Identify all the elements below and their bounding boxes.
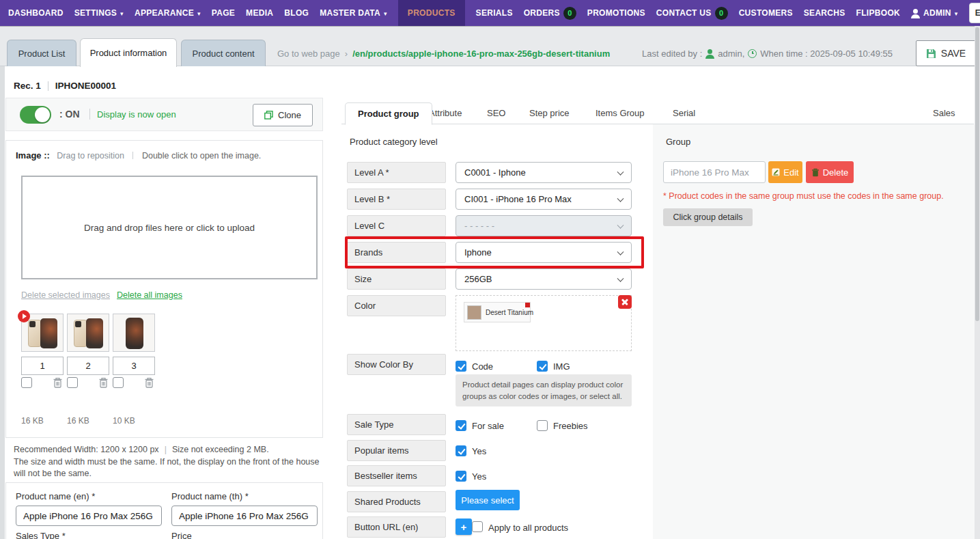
image-order-input-1[interactable] — [21, 357, 64, 375]
size-select[interactable]: 256GB — [456, 268, 632, 290]
pencil-icon — [772, 168, 780, 176]
scrollbar-thumb[interactable] — [975, 27, 979, 321]
image-select-checkbox-1[interactable] — [21, 377, 32, 388]
group-column-background — [653, 124, 975, 539]
show-color-img-option: IMG — [537, 361, 570, 372]
trash-icon[interactable] — [144, 377, 154, 388]
nav-customers[interactable]: CUSTOMERS — [739, 0, 793, 26]
color-chip-desert-titanium[interactable]: Desert Titanium — [464, 302, 531, 322]
trash-icon — [811, 168, 820, 177]
image-dropzone[interactable]: Drag and drop files here or click to upl… — [21, 176, 318, 279]
clock-icon — [748, 49, 757, 58]
nav-serials[interactable]: SERIALS — [476, 0, 513, 26]
group-name-input[interactable] — [663, 161, 766, 183]
level-a-select[interactable]: C0001 - Iphone — [456, 162, 632, 183]
freebies-option: Freebies — [537, 420, 588, 431]
show-color-code-option: Code — [456, 361, 493, 372]
image-select-checkbox-3[interactable] — [113, 377, 124, 388]
nav-orders[interactable]: ORDERS0 — [524, 0, 576, 26]
trash-icon[interactable] — [98, 377, 109, 388]
tab-product-content[interactable]: Product content — [181, 40, 266, 66]
category-level-title: Product category level — [350, 137, 438, 147]
nav-admin[interactable]: ADMIN▾ — [911, 0, 958, 26]
nav-master-data[interactable]: MASTER DATA▾ — [320, 0, 387, 26]
nav-dashboard[interactable]: DASHBOARD — [8, 0, 64, 26]
for-sale-checkbox[interactable] — [456, 420, 466, 431]
chevron-down-icon — [617, 168, 624, 175]
nav-contact-us[interactable]: CONTACT US0 — [656, 0, 728, 26]
contact-count-badge: 0 — [715, 7, 728, 20]
tab-sales[interactable]: Sales — [933, 108, 955, 118]
nav-products[interactable]: PRODUCTS — [398, 0, 465, 26]
image-header: Image :: Drag to reposition Double click… — [16, 150, 261, 161]
trash-icon[interactable] — [53, 377, 63, 388]
tab-attribute[interactable]: Attribute — [429, 108, 462, 118]
remove-color-button[interactable] — [618, 295, 632, 309]
nav-searchs[interactable]: SEARCHS — [804, 0, 845, 26]
chevron-right-icon: › — [345, 49, 348, 59]
bestseller-checkbox[interactable] — [456, 471, 466, 482]
product-url-link[interactable]: /en/products/apple-iphone-16-pro-max-256… — [352, 49, 610, 59]
nav-settings[interactable]: SETTINGS▾ — [74, 0, 124, 26]
image-title: Image :: — [16, 150, 50, 161]
nav-promotions[interactable]: PROMOTIONS — [587, 0, 645, 26]
level-b-select[interactable]: CI001 - iPhone 16 Pro Max — [456, 189, 632, 210]
nav-page[interactable]: PAGE — [212, 0, 235, 26]
phone-thumbnail-2[interactable] — [67, 314, 109, 352]
phone-thumbnail-1[interactable] — [21, 314, 64, 352]
delete-all-images-link[interactable]: Delete all images — [117, 290, 182, 300]
image-select-checkbox-2[interactable] — [67, 377, 78, 388]
tab-step-price[interactable]: Step price — [529, 108, 570, 118]
drag-hint: Drag to reposition — [57, 151, 124, 161]
chevron-down-icon — [617, 275, 624, 281]
add-url-button[interactable]: + — [456, 519, 472, 535]
goto-label: Go to web page — [277, 49, 340, 59]
language-select[interactable]: EN — [969, 3, 980, 23]
product-admin-app: DASHBOARD SETTINGS▾ APPEARANCE▾ PAGE MED… — [0, 0, 980, 539]
brands-select[interactable]: Iphone — [456, 242, 632, 263]
popular-checkbox[interactable] — [456, 445, 466, 456]
vertical-scrollbar[interactable] — [975, 26, 980, 539]
group-delete-button[interactable]: Delete — [806, 161, 854, 183]
nav-appearance[interactable]: APPEARANCE▾ — [135, 0, 201, 26]
caret-down-icon: ▾ — [120, 11, 124, 17]
tab-product-group[interactable]: Product group — [345, 102, 432, 125]
tab-items-group[interactable]: Items Group — [596, 108, 645, 118]
save-button[interactable]: SAVE — [916, 40, 976, 66]
record-line: Rec. 1 IPHONE00001 — [14, 81, 116, 91]
orders-count-badge: 0 — [563, 7, 576, 20]
nav-blog[interactable]: BLOG — [284, 0, 309, 26]
last-edited-time: When time : 2025-09-05 10:49:55 — [760, 49, 893, 59]
nav-media[interactable]: MEDIA — [246, 0, 273, 26]
tab-serial[interactable]: Serial — [673, 108, 695, 118]
code-checkbox[interactable] — [456, 361, 466, 372]
delete-selected-images-link[interactable]: Delete selected images — [21, 290, 110, 300]
product-name-th-input[interactable] — [171, 506, 318, 526]
phone-image — [126, 318, 143, 349]
level-a-label: Level A * — [347, 162, 446, 183]
for-sale-option: For sale — [456, 420, 504, 431]
bestseller-yes-option: Yes — [456, 471, 486, 482]
display-toggle[interactable] — [20, 106, 51, 124]
group-details-button[interactable]: Click group details — [663, 208, 753, 226]
phone-thumbnail-3[interactable] — [113, 314, 155, 352]
panel-tabs-border — [341, 124, 974, 124]
clone-button[interactable]: Clone — [253, 104, 313, 126]
caret-down-icon: ▾ — [955, 11, 958, 17]
display-status-text: Display is now open — [97, 109, 176, 120]
user-icon — [911, 9, 920, 18]
tab-product-list[interactable]: Product List — [7, 40, 76, 66]
img-checkbox[interactable] — [537, 361, 548, 372]
product-name-en-input[interactable] — [16, 506, 162, 526]
group-edit-button[interactable]: Edit — [768, 161, 802, 183]
tab-product-information[interactable]: Product information — [80, 38, 177, 67]
image-order-input-3[interactable] — [113, 357, 155, 375]
apply-all-checkbox[interactable] — [472, 521, 483, 532]
image-order-input-2[interactable] — [67, 357, 109, 375]
divider: | — [165, 445, 167, 454]
nav-flipbook[interactable]: FLIPBOOK — [856, 0, 900, 26]
freebies-checkbox[interactable] — [537, 420, 548, 431]
tab-seo[interactable]: SEO — [487, 108, 505, 118]
please-select-button[interactable]: Please select — [456, 490, 520, 510]
product-code: IPHONE00001 — [55, 81, 116, 91]
